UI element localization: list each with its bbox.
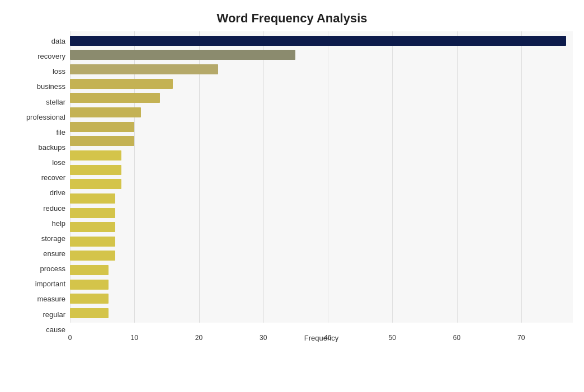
y-label-data: data <box>11 37 65 45</box>
bar-measure <box>70 280 109 290</box>
y-label-important: important <box>11 280 65 287</box>
bar-important <box>70 265 109 275</box>
y-label-recovery: recovery <box>11 53 65 60</box>
bar-loss <box>70 64 218 74</box>
y-label-recover: recover <box>11 174 65 181</box>
bar-reduce <box>70 193 115 204</box>
bar-row-professional <box>70 107 573 117</box>
bar-professional <box>70 107 141 117</box>
bar-row-help <box>70 208 573 218</box>
y-label-loss: loss <box>11 68 65 75</box>
y-label-cause: cause <box>11 326 65 333</box>
bar-backups <box>70 136 134 146</box>
y-label-backups: backups <box>11 144 65 151</box>
y-label-measure: measure <box>11 295 65 303</box>
y-label-regular: regular <box>11 311 65 318</box>
y-label-process: process <box>11 265 65 272</box>
bar-row-recovery <box>70 50 573 60</box>
bar-help <box>70 208 115 218</box>
bar-row-ensure <box>70 237 573 247</box>
bar-row-backups <box>70 136 573 146</box>
bar-row-process <box>70 251 573 261</box>
chart-title: Word Frequency Analysis <box>11 11 573 26</box>
bar-data <box>70 36 566 46</box>
y-axis: datarecoverylossbusinessstellarprofessio… <box>11 31 70 339</box>
y-label-storage: storage <box>11 235 65 242</box>
bar-row-file <box>70 122 573 132</box>
bar-row-storage <box>70 222 573 232</box>
plot-background <box>70 31 573 323</box>
bar-lose <box>70 150 121 160</box>
y-label-file: file <box>11 129 65 136</box>
bar-row-data <box>70 36 573 46</box>
bar-drive <box>70 179 121 189</box>
bar-file <box>70 122 134 132</box>
bar-row-measure <box>70 280 573 290</box>
bar-recover <box>70 165 121 175</box>
y-label-professional: professional <box>11 114 65 121</box>
bar-recovery <box>70 50 295 60</box>
bar-business <box>70 79 173 89</box>
bar-row-loss <box>70 64 573 74</box>
bar-stellar <box>70 93 160 103</box>
bar-storage <box>70 222 115 232</box>
y-label-drive: drive <box>11 189 65 196</box>
y-label-help: help <box>11 220 65 227</box>
y-label-lose: lose <box>11 159 65 166</box>
y-label-business: business <box>11 83 65 90</box>
bar-row-cause <box>70 308 573 318</box>
bar-process <box>70 251 115 261</box>
bar-row-recover <box>70 165 573 175</box>
y-label-stellar: stellar <box>11 98 65 106</box>
y-label-reduce: reduce <box>11 205 65 212</box>
bar-ensure <box>70 237 115 247</box>
y-label-ensure: ensure <box>11 250 65 257</box>
bar-regular <box>70 294 109 304</box>
bar-row-reduce <box>70 193 573 204</box>
chart-container: Word Frequency Analysis datarecoveryloss… <box>0 0 584 392</box>
bar-cause <box>70 308 109 318</box>
bar-row-lose <box>70 150 573 160</box>
x-axis-label: Frequency <box>70 334 573 342</box>
bar-row-drive <box>70 179 573 189</box>
bar-row-stellar <box>70 93 573 103</box>
bar-row-regular <box>70 294 573 304</box>
bar-row-important <box>70 265 573 275</box>
bar-row-business <box>70 79 573 89</box>
